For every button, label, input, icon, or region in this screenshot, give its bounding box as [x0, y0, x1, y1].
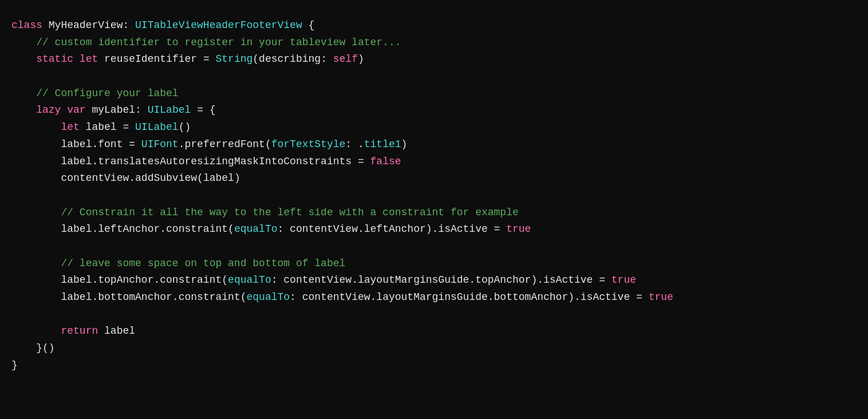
code-token: label	[86, 121, 117, 133]
code-line: let label = UILabel()	[11, 119, 857, 136]
code-token: equalTo	[234, 223, 278, 235]
code-token: label	[203, 172, 234, 184]
code-token: .bottomAnchor.constraint(	[92, 291, 246, 303]
code-token: : contentView.leftAnchor).isActive =	[278, 223, 507, 235]
code-token	[11, 156, 61, 167]
code-token: self	[333, 53, 358, 65]
code-token	[11, 88, 36, 99]
code-token: true	[506, 223, 531, 235]
code-token: UITableViewHeaderFooterView	[135, 19, 302, 31]
code-token	[80, 121, 86, 133]
code-line: }	[11, 357, 857, 374]
code-line: label.font = UIFont.preferredFont(forTex…	[11, 136, 857, 153]
code-line: contentView.addSubview(label)	[11, 170, 857, 187]
code-token: : contentView.layoutMarginsGuide.bottomA…	[290, 291, 649, 303]
code-token: return	[61, 325, 98, 337]
code-token: : contentView.layoutMarginsGuide.topAnch…	[271, 274, 611, 286]
code-token: lazy	[36, 104, 61, 116]
code-token: .leftAnchor.constraint(	[92, 223, 234, 235]
code-token: let	[61, 121, 79, 133]
code-token	[11, 53, 36, 65]
code-token	[11, 258, 61, 269]
code-token: }()	[11, 342, 55, 354]
code-token: label	[61, 139, 92, 150]
code-token: let	[80, 53, 98, 65]
code-token: =	[117, 121, 135, 133]
code-token: equalTo	[246, 291, 290, 303]
code-token	[11, 274, 61, 286]
code-line	[11, 68, 857, 85]
code-line: label.translatesAutoresizingMaskIntoCons…	[11, 153, 857, 171]
code-line: label.leftAnchor.constraint(equalTo: con…	[11, 221, 857, 238]
code-token	[11, 207, 61, 218]
code-token: forTextStyle	[271, 139, 346, 150]
code-token: = {	[191, 104, 215, 116]
code-token: MyHeaderView	[49, 19, 123, 31]
code-token: class	[11, 19, 49, 31]
code-token: contentView	[61, 172, 129, 184]
code-token	[11, 104, 36, 116]
code-line: static let reuseIdentifier = String(desc…	[11, 51, 857, 68]
code-token: true	[649, 291, 673, 303]
code-token: equalTo	[228, 274, 271, 286]
code-token	[11, 172, 61, 184]
code-token: .preferredFont(	[179, 139, 271, 150]
code-token: // leave some space on top and bottom of…	[61, 258, 345, 269]
code-token: // Configure your label	[36, 88, 178, 99]
code-token: :	[135, 104, 148, 116]
code-token: .font =	[92, 139, 141, 150]
code-token	[11, 223, 61, 235]
code-line	[11, 238, 857, 255]
code-token: // custom identifier to register in your…	[36, 37, 401, 48]
code-token	[86, 104, 92, 116]
code-token: : .	[345, 139, 364, 150]
code-token: (describing:	[252, 53, 333, 65]
code-line: // Configure your label	[11, 85, 857, 102]
code-token: label	[61, 156, 92, 167]
code-token	[11, 139, 61, 150]
code-token: static	[36, 53, 73, 65]
code-token	[11, 325, 61, 337]
code-line: }()	[11, 340, 857, 357]
code-token: String	[216, 53, 253, 65]
code-token: .addSubview(	[129, 172, 203, 184]
code-token: .translatesAutoresizingMaskIntoConstrain…	[92, 156, 370, 167]
code-line: // leave some space on top and bottom of…	[11, 255, 857, 272]
code-token: )	[358, 53, 364, 65]
code-token: {	[302, 19, 315, 31]
code-token: // Constrain it all the way to the left …	[61, 207, 518, 218]
code-token: label	[61, 223, 92, 235]
code-token	[11, 37, 36, 48]
code-token: UILabel	[135, 121, 179, 133]
code-token: myLabel	[92, 104, 135, 116]
code-token: )	[234, 172, 240, 184]
code-line: lazy var myLabel: UILabel = {	[11, 102, 857, 119]
code-token: label	[61, 274, 92, 286]
code-line: label.topAnchor.constraint(equalTo: cont…	[11, 272, 857, 289]
code-line: class MyHeaderView: UITableViewHeaderFoo…	[11, 17, 857, 34]
code-token: false	[370, 156, 401, 167]
code-line	[11, 187, 857, 204]
code-token: label	[61, 291, 92, 303]
code-editor: class MyHeaderView: UITableViewHeaderFoo…	[11, 17, 857, 374]
code-token: reuseIdentifier	[104, 53, 197, 65]
code-line: label.bottomAnchor.constraint(equalTo: c…	[11, 289, 857, 306]
code-token: :	[123, 19, 135, 31]
code-line: // Constrain it all the way to the left …	[11, 204, 857, 222]
code-token: UILabel	[148, 104, 191, 116]
code-token: label	[98, 325, 135, 337]
code-line: return label	[11, 323, 857, 340]
code-token: ()	[179, 121, 191, 133]
code-token	[98, 53, 104, 65]
code-token: UIFont	[141, 139, 179, 150]
code-token	[11, 121, 61, 133]
code-token: .topAnchor.constraint(	[92, 274, 228, 286]
code-token: var	[67, 104, 85, 116]
code-line: // custom identifier to register in your…	[11, 34, 857, 52]
code-line	[11, 306, 857, 323]
code-token: title1	[364, 139, 401, 150]
code-token: =	[197, 53, 215, 65]
code-token: )	[401, 139, 408, 150]
code-token	[11, 291, 61, 303]
code-token	[61, 104, 67, 116]
